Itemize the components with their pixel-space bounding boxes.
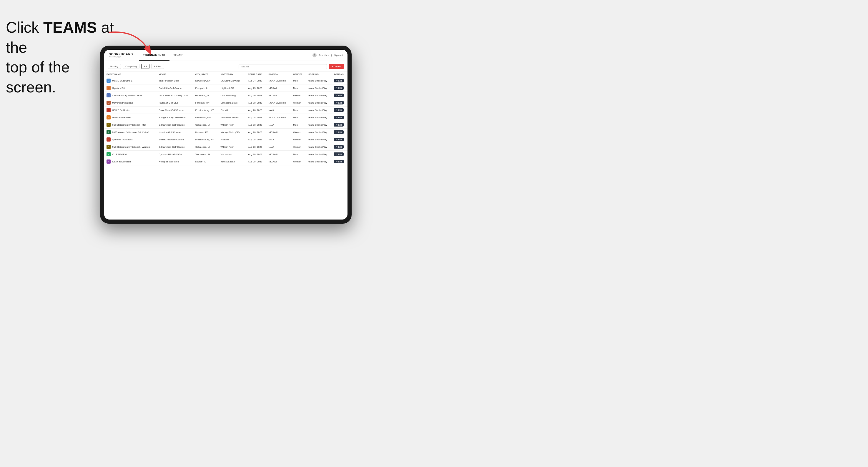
edit-button[interactable]: ✏ Edit xyxy=(334,79,344,83)
cell-venue: StoneCrest Golf Course xyxy=(157,136,193,143)
table-row: M MSMC Qualifying 1 The Powelton Club Ne… xyxy=(104,77,347,85)
event-name-text: VU PREVIEW xyxy=(112,153,127,156)
cell-city-state: Galesburg, IL xyxy=(193,92,218,99)
cell-actions: ✏ Edit xyxy=(331,99,347,106)
gear-icon[interactable]: ⚙ xyxy=(312,53,317,57)
cell-start-date: Aug 28, 2023 xyxy=(246,143,266,151)
edit-button[interactable]: ✏ Edit xyxy=(334,108,344,112)
cell-venue: Park Hills Golf Course xyxy=(157,85,193,92)
user-name: Test User xyxy=(319,54,329,57)
cell-city-state: Vincennes, IN xyxy=(193,151,218,158)
cell-actions: ✏ Edit xyxy=(331,151,347,158)
cell-start-date: Aug 25, 2023 xyxy=(246,85,266,92)
cell-venue: Edmundson Golf Course xyxy=(157,143,193,151)
cell-actions: ✏ Edit xyxy=(331,129,347,136)
cell-start-date: Aug 28, 2023 xyxy=(246,99,266,106)
event-name-text: Maverick Invitational xyxy=(112,101,133,104)
team-logo: U xyxy=(106,108,111,112)
cell-venue: Cypress Hills Golf Club xyxy=(157,151,193,158)
tab-tournaments[interactable]: TOURNAMENTS xyxy=(139,50,169,61)
content-area: Hosting Competing All ≡ Filter + Create xyxy=(104,61,347,220)
cell-hosted-by: Pikeville xyxy=(218,106,246,114)
team-logo: K xyxy=(106,159,111,164)
cell-scoring: team, Stroke Play xyxy=(306,99,331,106)
cell-event-name: 2 2023 Women's Hesston Fall Kickoff xyxy=(104,129,157,136)
col-venue: VENUE xyxy=(157,72,193,77)
cell-city-state: Oskaloosa, IA xyxy=(193,143,218,151)
filter-button[interactable]: ≡ Filter xyxy=(151,64,164,69)
cell-actions: ✏ Edit xyxy=(331,114,347,121)
create-button[interactable]: + Create xyxy=(329,64,344,69)
cell-actions: ✏ Edit xyxy=(331,77,347,85)
search-input[interactable] xyxy=(239,64,327,69)
competing-filter-button[interactable]: Competing xyxy=(123,64,140,69)
col-scoring: SCORING xyxy=(306,72,331,77)
edit-button[interactable]: ✏ Edit xyxy=(334,116,344,119)
table-row: F Fall Statesmen Invitational - Men Edmu… xyxy=(104,121,347,129)
cell-division: NCAA Division III xyxy=(266,77,291,85)
cell-actions: ✏ Edit xyxy=(331,143,347,151)
event-name-text: upike fall invitational xyxy=(112,138,133,141)
edit-button[interactable]: ✏ Edit xyxy=(334,101,344,104)
col-division: DIVISION xyxy=(266,72,291,77)
cell-actions: ✏ Edit xyxy=(331,121,347,129)
edit-button[interactable]: ✏ Edit xyxy=(334,94,344,97)
cell-actions: ✏ Edit xyxy=(331,158,347,165)
instruction-text: Click TEAMS at thetop of the screen. xyxy=(6,18,118,97)
cell-scoring: team, Stroke Play xyxy=(306,151,331,158)
edit-icon: ✏ xyxy=(336,116,338,119)
cell-scoring: team, Stroke Play xyxy=(306,92,331,99)
cell-event-name: U UPIKE Fall Invite xyxy=(104,106,157,114)
col-city-state: CITY, STATE xyxy=(193,72,218,77)
tab-teams[interactable]: TEAMS xyxy=(169,50,188,61)
edit-button[interactable]: ✏ Edit xyxy=(334,130,344,134)
edit-button[interactable]: ✏ Edit xyxy=(334,123,344,127)
cell-scoring: team, Stroke Play xyxy=(306,158,331,165)
team-logo: F xyxy=(106,123,111,127)
cell-gender: Women xyxy=(291,136,306,143)
cell-actions: ✏ Edit xyxy=(331,92,347,99)
table-row: U UPIKE Fall Invite StoneCrest Golf Cour… xyxy=(104,106,347,114)
cell-start-date: Aug 24, 2023 xyxy=(246,77,266,85)
edit-icon: ✏ xyxy=(336,153,338,155)
cell-gender: Men xyxy=(291,151,306,158)
cell-gender: Women xyxy=(291,143,306,151)
cell-venue: The Powelton Club xyxy=(157,77,193,85)
cell-scoring: team, Stroke Play xyxy=(306,129,331,136)
cell-actions: ✏ Edit xyxy=(331,106,347,114)
all-filter-button[interactable]: All xyxy=(141,64,150,69)
sign-out-link[interactable]: Sign out xyxy=(334,54,343,57)
cell-event-name: u upike fall invitational xyxy=(104,136,157,143)
cell-city-state: Deerwood, MN xyxy=(193,114,218,121)
cell-scoring: team, Stroke Play xyxy=(306,106,331,114)
cell-hosted-by: Minnesota State xyxy=(218,99,246,106)
cell-hosted-by: William Penn xyxy=(218,121,246,129)
cell-hosted-by: Carl Sandburg xyxy=(218,92,246,99)
cell-division: NAIA xyxy=(266,106,291,114)
cell-venue: StoneCrest Golf Course xyxy=(157,106,193,114)
edit-button[interactable]: ✏ Edit xyxy=(334,86,344,90)
edit-icon: ✏ xyxy=(336,87,338,89)
cell-division: NICAA I xyxy=(266,85,291,92)
nav-tabs: TOURNAMENTS TEAMS xyxy=(139,50,312,61)
edit-button[interactable]: ✏ Edit xyxy=(334,160,344,163)
edit-icon: ✏ xyxy=(336,160,338,163)
event-name-text: Fall Statesmen Invitational - Men xyxy=(112,124,147,126)
cell-gender: Men xyxy=(291,121,306,129)
edit-button[interactable]: ✏ Edit xyxy=(334,138,344,141)
cell-division: NICAA I xyxy=(266,92,291,99)
cell-venue: Faribault Golf Club xyxy=(157,99,193,106)
edit-button[interactable]: ✏ Edit xyxy=(334,145,344,149)
cell-gender: Women xyxy=(291,129,306,136)
cell-division: NICAA II xyxy=(266,151,291,158)
cell-gender: Women xyxy=(291,158,306,165)
table-row: u upike fall invitational StoneCrest Gol… xyxy=(104,136,347,143)
cell-division: NAIA xyxy=(266,136,291,143)
table-row: C Carl Sandburg Women FA23 Lake Bracken … xyxy=(104,92,347,99)
table-row: F Fall Statesmen Invitational - Women Ed… xyxy=(104,143,347,151)
cell-start-date: Aug 28, 2023 xyxy=(246,129,266,136)
event-name-text: UPIKE Fall Invite xyxy=(112,109,130,112)
edit-button[interactable]: ✏ Edit xyxy=(334,152,344,156)
cell-actions: ✏ Edit xyxy=(331,136,347,143)
edit-icon: ✏ xyxy=(336,101,338,104)
